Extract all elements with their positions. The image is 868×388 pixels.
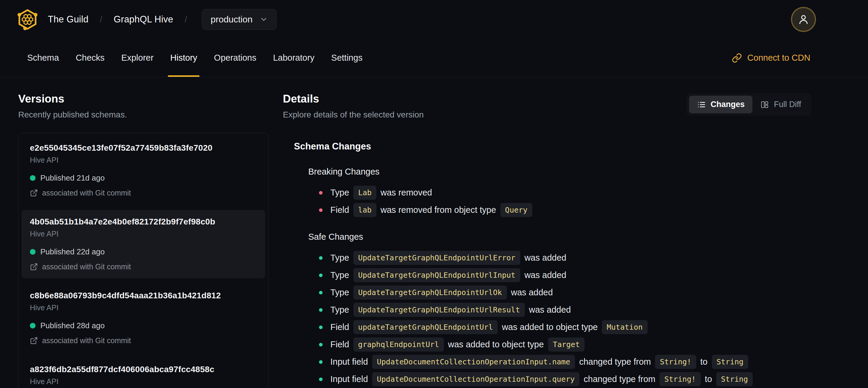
schema-changes-title: Schema Changes: [294, 141, 811, 152]
git-commit-text: associated with Git commit: [42, 189, 131, 197]
code-chip: UpdateTargetGraphQLEndpointUrlInput: [353, 268, 520, 282]
external-link-icon: [30, 336, 38, 345]
published-dot-icon: [30, 175, 35, 181]
change-row: Input fieldUpdateDocumentCollectionOpera…: [319, 355, 811, 369]
change-text: was removed: [380, 188, 432, 198]
git-commit-link[interactable]: associated with Git commit: [30, 336, 257, 345]
version-service: Hive API: [30, 156, 257, 165]
code-chip: String!: [655, 355, 696, 369]
connect-to-cdn-link[interactable]: Connect to CDN: [732, 53, 810, 63]
code-chip: UpdateDocumentCollectionOperationInput.n…: [372, 355, 575, 369]
code-chip: String!: [659, 372, 701, 386]
section-title: Safe Changes: [308, 232, 811, 242]
bullet-icon: [319, 256, 322, 260]
change-text: Type: [330, 188, 349, 198]
bullet-icon: [319, 273, 322, 277]
details-header: Details Explore details of the selected …: [283, 93, 811, 120]
main-content: Versions Recently published schemas. e2e…: [0, 77, 868, 388]
change-text: was added: [525, 253, 566, 263]
external-link-icon: [30, 189, 38, 197]
code-chip: Target: [548, 337, 585, 352]
tab-settings[interactable]: Settings: [331, 53, 363, 63]
changes-view-label: Changes: [711, 100, 745, 109]
change-row: TypeUpdateTargetGraphQLEndpointUrlInputw…: [319, 268, 811, 282]
version-card[interactable]: a823f6db2a55df877dcf406006abca97fcc4858c…: [22, 358, 265, 388]
hive-logo-icon[interactable]: [17, 9, 38, 30]
code-chip: lab: [353, 203, 376, 217]
tab-history[interactable]: History: [170, 53, 197, 63]
version-card[interactable]: c8b6e88a06793b9c4dfd54aaa21b36a1b421d812…: [22, 284, 265, 352]
code-chip: Mutation: [602, 320, 647, 334]
code-chip: updateTargetGraphQLEndpointUrl: [353, 320, 498, 334]
change-row: TypeLabwas removed: [319, 186, 811, 200]
breadcrumb-separator: /: [185, 14, 187, 25]
change-text: Type: [330, 253, 349, 263]
connect-to-cdn-label: Connect to CDN: [747, 53, 810, 63]
change-sections: Breaking ChangesTypeLabwas removedFieldl…: [294, 167, 811, 386]
code-chip: UpdateTargetGraphQLEndpointUrlError: [353, 251, 520, 265]
list-icon: [697, 100, 706, 109]
code-chip: UpdateTargetGraphQLEndpointUrlResult: [353, 303, 525, 317]
change-text: was added: [529, 305, 571, 315]
changes-view-button[interactable]: Changes: [689, 96, 752, 113]
change-text: to: [701, 357, 708, 367]
tab-explorer[interactable]: Explorer: [121, 53, 154, 63]
bullet-icon: [319, 308, 322, 312]
git-commit-link[interactable]: associated with Git commit: [30, 189, 257, 197]
version-status: Published 28d ago: [30, 321, 257, 330]
version-hash: a823f6db2a55df877dcf406006abca97fcc4858c: [30, 365, 257, 374]
version-card[interactable]: 4b05ab51b1b4a7e2e4b0ef82172f2b9f7ef98c0b…: [22, 210, 265, 278]
tab-operations[interactable]: Operations: [214, 53, 256, 63]
bullet-icon: [319, 343, 322, 347]
code-chip: graphqlEndpointUrl: [353, 337, 444, 352]
external-link-icon: [30, 263, 38, 271]
section-title: Breaking Changes: [308, 167, 811, 177]
tab-schema[interactable]: Schema: [27, 53, 59, 63]
code-chip: String: [716, 372, 753, 386]
change-text: Field: [330, 339, 349, 350]
change-list: TypeUpdateTargetGraphQLEndpointUrlErrorw…: [308, 251, 811, 386]
version-card[interactable]: e2e55045345ce13fe07f52a77459b83fa3fe7020…: [22, 136, 265, 205]
code-chip: Query: [500, 203, 532, 217]
bullet-icon: [319, 191, 322, 195]
target-selector-value: production: [211, 14, 252, 25]
version-list: e2e55045345ce13fe07f52a77459b83fa3fe7020…: [18, 133, 269, 388]
git-commit-text: associated with Git commit: [42, 336, 131, 345]
full-diff-view-button[interactable]: Full Diff: [752, 96, 809, 113]
tab-laboratory[interactable]: Laboratory: [273, 53, 314, 63]
published-text: Published 21d ago: [40, 173, 104, 183]
change-text: changed type from: [584, 374, 655, 384]
code-chip: Lab: [353, 186, 376, 200]
chevron-down-icon: [259, 15, 268, 24]
change-text: was added to object type: [502, 322, 598, 332]
breadcrumb-org[interactable]: The Guild: [48, 14, 88, 25]
change-text: Input field: [330, 357, 368, 367]
user-avatar-button[interactable]: [791, 7, 816, 32]
git-commit-text: associated with Git commit: [42, 263, 131, 271]
change-text: was added: [525, 270, 566, 280]
change-row: TypeUpdateTargetGraphQLEndpointUrlResult…: [319, 303, 811, 317]
tab-checks[interactable]: Checks: [75, 53, 104, 63]
version-status: Published 21d ago: [30, 173, 257, 183]
published-text: Published 28d ago: [40, 321, 104, 330]
bullet-icon: [319, 208, 322, 212]
published-dot-icon: [30, 249, 35, 255]
version-service: Hive API: [30, 377, 257, 386]
change-text: changed type from: [579, 357, 651, 367]
change-section-safe: Safe ChangesTypeUpdateTargetGraphQLEndpo…: [294, 232, 811, 386]
details-header-text: Details Explore details of the selected …: [283, 93, 424, 120]
change-text: Input field: [330, 374, 368, 384]
change-row: FieldgraphqlEndpointUrlwas added to obje…: [319, 337, 811, 352]
version-service: Hive API: [30, 230, 257, 238]
change-text: to: [705, 374, 712, 384]
bullet-icon: [319, 360, 322, 364]
git-commit-link[interactable]: associated with Git commit: [30, 263, 257, 271]
breadcrumb-separator: /: [100, 14, 102, 25]
target-selector-dropdown[interactable]: production: [202, 9, 277, 30]
breadcrumb-project[interactable]: GraphQL Hive: [114, 14, 173, 25]
change-text: was removed from object type: [380, 205, 496, 215]
change-row: Fieldlabwas removed from object typeQuer…: [319, 203, 811, 217]
version-status: Published 22d ago: [30, 247, 257, 257]
breadcrumb: The Guild / GraphQL Hive / production: [17, 9, 277, 30]
change-row: FieldupdateTargetGraphQLEndpointUrlwas a…: [319, 320, 811, 334]
